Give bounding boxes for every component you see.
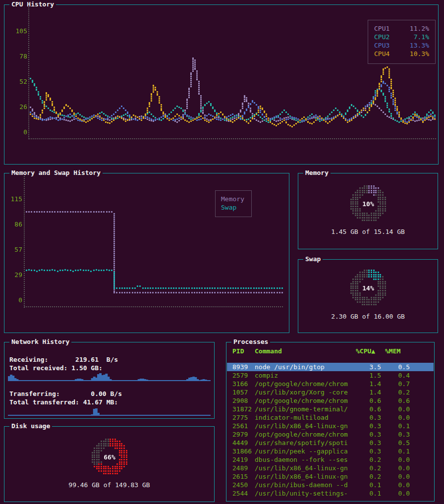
memory-swap-legend: MemorySwap	[215, 190, 252, 217]
legend-series-name: Swap	[221, 203, 236, 212]
column-header-command: Command	[255, 347, 356, 355]
process-cpu: 0.2	[356, 464, 385, 472]
process-pid: 4449	[227, 439, 255, 447]
column-header-mem: %MEM	[385, 347, 411, 355]
process-row[interactable]: 2489/usr/lib/x86_64-linux-gn0.20.0	[227, 464, 434, 472]
process-command: /usr/share/spotify/spoti	[255, 439, 356, 447]
process-mem: 0.0	[385, 489, 411, 498]
cpu-history-panel: CPU History 1057852260 CPU111.2%CPU27.1%…	[4, 4, 439, 165]
process-row[interactable]: 4449/usr/share/spotify/spoti0.30.5	[227, 439, 434, 447]
process-row[interactable]: 2419dbus-daemon --fork --ses0.20.0	[227, 455, 434, 464]
y-axis-tick: 78	[4, 52, 27, 60]
y-axis-tick: 29	[4, 271, 22, 279]
network-stat-receiving: Receiving: 219.61 B/s	[9, 355, 118, 364]
process-mem: 0.4	[385, 371, 411, 380]
process-cpu: 0.2	[356, 472, 385, 481]
process-row[interactable]: 2544/usr/lib/unity-settings-0.10.0	[227, 489, 434, 498]
legend-series-value: 13.3%	[410, 41, 429, 50]
process-pid: 2579	[227, 371, 255, 380]
process-mem: 0.6	[385, 396, 411, 405]
process-row[interactable]: 2908/opt/google/chrome/chrom0.60.6	[227, 396, 434, 405]
y-axis-tick: 52	[4, 77, 27, 86]
process-pid: 31866	[227, 447, 255, 455]
process-row[interactable]: 31866/usr/bin/peek --gapplica0.30.1	[227, 447, 434, 455]
process-cpu: 0.3	[356, 439, 385, 447]
disk-usage-title: Disk usage	[9, 422, 52, 430]
process-mem: 0.0	[385, 455, 411, 464]
process-pid: 2544	[227, 489, 255, 498]
process-mem: 0.7	[385, 380, 411, 388]
process-row[interactable]: 2615/usr/lib/x86_64-linux-gn0.20.0	[227, 472, 434, 481]
processes-panel: Processes PIDCommand%CPU▲%MEM 8939node /…	[226, 342, 435, 502]
process-command: indicator-multiload	[255, 413, 356, 422]
process-row[interactable]: 2579compiz1.50.4	[227, 371, 434, 380]
legend-entry: CPU27.1%	[373, 33, 430, 41]
process-mem: 0.0	[385, 472, 411, 481]
process-row[interactable]: 1057/usr/lib/xorg/Xorg -core1.40.2	[227, 388, 434, 396]
y-axis-tick: 57	[4, 245, 22, 254]
process-table-header: PIDCommand%CPU▲%MEM	[227, 347, 434, 355]
process-row[interactable]: 3166/opt/google/chrome/chrom1.40.7	[227, 380, 434, 388]
process-row-selected[interactable]: 8939node /usr/bin/gtop3.50.5	[227, 363, 434, 371]
memory-panel: Memory 10% 1.45 GB of 15.14 GB	[298, 173, 438, 249]
process-cpu: 1.4	[356, 388, 385, 396]
process-command: /opt/google/chrome/chrom	[255, 396, 356, 405]
processes-title: Processes	[231, 338, 270, 345]
process-mem: 0.3	[385, 430, 411, 439]
process-cpu: 0.1	[356, 489, 385, 498]
column-header-pid: PID	[227, 347, 255, 355]
process-command: /usr/bin/peek --gapplica	[255, 447, 356, 455]
memory-percent: 10%	[362, 200, 374, 208]
process-mem: 0.0	[385, 413, 411, 422]
process-mem: 0.0	[385, 464, 411, 472]
disk-percent: 66%	[104, 453, 115, 461]
process-row[interactable]: 2979/opt/google/chrome/chrom0.30.3	[227, 430, 434, 439]
swap-panel: Swap 14% 2.30 GB of 16.00 GB	[298, 259, 438, 333]
process-row[interactable]: 2561/usr/lib/x86_64-linux-gn0.30.1	[227, 422, 434, 430]
process-mem: 0.2	[385, 388, 411, 396]
legend-series-value: 11.2%	[410, 24, 429, 33]
swap-percent: 14%	[362, 284, 374, 292]
process-command: /usr/lib/x86_64-linux-gn	[255, 422, 356, 430]
y-axis-tick: 105	[4, 27, 27, 35]
process-cpu: 0.2	[356, 455, 385, 464]
legend-series-value: 10.3%	[410, 50, 429, 58]
process-cpu: 0.3	[356, 413, 385, 422]
process-mem: 0.5	[385, 439, 411, 447]
y-axis-tick: 0	[4, 128, 27, 136]
legend-entry: CPU410.3%	[373, 50, 430, 58]
process-pid: 31872	[227, 405, 255, 413]
legend-series-value: 7.1%	[414, 33, 429, 41]
process-row[interactable]: 2450/usr/bin/ibus-daemon --d0.10.0	[227, 481, 434, 489]
process-command: node /usr/bin/gtop	[255, 363, 356, 371]
y-axis-tick: 0	[4, 296, 22, 304]
process-cpu: 0.3	[356, 422, 385, 430]
network-stat-transferring: Transferring: 0.00 B/s	[9, 390, 122, 398]
legend-series-name: CPU1	[374, 24, 389, 33]
column-header-cpu: %CPU▲	[356, 347, 385, 355]
process-mem: 0.1	[385, 422, 411, 430]
process-cpu: 0.6	[356, 396, 385, 405]
process-pid: 8939	[227, 363, 255, 371]
y-axis-tick: 115	[4, 195, 22, 203]
network-history-title: Network History	[9, 338, 71, 345]
network-received-sparkline	[8, 372, 211, 381]
process-pid: 2450	[227, 481, 255, 489]
process-cpu: 3.5	[356, 363, 385, 371]
process-mem: 0.5	[385, 363, 411, 371]
disk-usage-panel: Disk usage 66% 99.46 GB of 149.83 GB	[4, 426, 215, 502]
process-cpu: 1.4	[356, 380, 385, 388]
memory-usage-caption: 1.45 GB of 15.14 GB	[298, 228, 438, 235]
process-row[interactable]: 2775indicator-multiload0.30.0	[227, 413, 434, 422]
process-row[interactable]: 31872/usr/lib/gnome-terminal/0.60.0	[227, 405, 434, 413]
swap-usage-caption: 2.30 GB of 16.00 GB	[298, 313, 438, 320]
process-pid: 2615	[227, 472, 255, 481]
legend-entry: Memory	[220, 195, 247, 203]
disk-usage-caption: 99.46 GB of 149.83 GB	[4, 481, 214, 489]
process-command: dbus-daemon --fork --ses	[255, 455, 356, 464]
process-command: /usr/lib/gnome-terminal/	[255, 405, 356, 413]
process-mem: 0.1	[385, 447, 411, 455]
process-cpu: 0.1	[356, 481, 385, 489]
process-command: /usr/lib/xorg/Xorg -core	[255, 388, 356, 396]
process-cpu: 0.3	[356, 447, 385, 455]
